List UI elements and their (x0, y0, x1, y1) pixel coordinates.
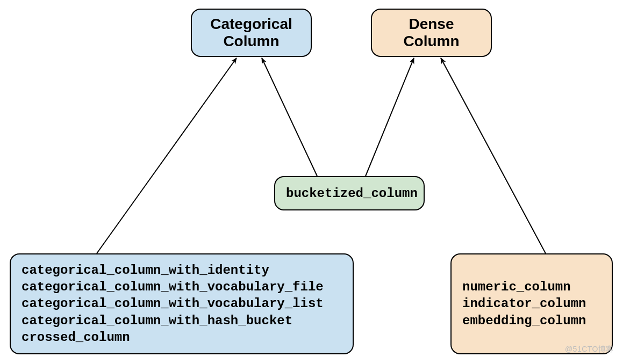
node-dense-header: Dense Column (371, 9, 492, 57)
categorical-list-item-3: categorical_column_with_hash_bucket (22, 312, 342, 329)
dense-header-line2: Column (383, 33, 480, 50)
node-categorical-list: categorical_column_with_identity categor… (10, 253, 354, 354)
dense-list-item-2: embedding_column (462, 312, 601, 329)
categorical-list-item-0: categorical_column_with_identity (22, 262, 342, 279)
dense-list-item-0: numeric_column (462, 279, 601, 295)
node-dense-list: numeric_column indicator_column embeddin… (450, 253, 613, 354)
dense-list-item-1: indicator_column (462, 295, 601, 312)
dense-header-line1: Dense (383, 16, 480, 33)
categorical-header-line2: Column (203, 33, 300, 50)
categorical-list-item-4: crossed_column (22, 329, 342, 346)
categorical-header-line1: Categorical (203, 16, 300, 33)
edge-catlist-to-categorical (97, 58, 237, 253)
node-bucketized: bucketized_column (274, 176, 425, 210)
edge-bucketized-to-categorical (262, 58, 317, 176)
edge-bucketized-to-dense (366, 58, 414, 176)
edge-denselist-to-dense (441, 58, 546, 253)
categorical-list-item-1: categorical_column_with_vocabulary_file (22, 279, 342, 295)
node-categorical-header: Categorical Column (191, 9, 312, 57)
watermark-text: @51CTO博客 (565, 345, 614, 354)
categorical-list-item-2: categorical_column_with_vocabulary_list (22, 295, 342, 312)
bucketized-label: bucketized_column (286, 186, 413, 201)
diagram-stage: Categorical Column Dense Column bucketiz… (0, 0, 630, 364)
